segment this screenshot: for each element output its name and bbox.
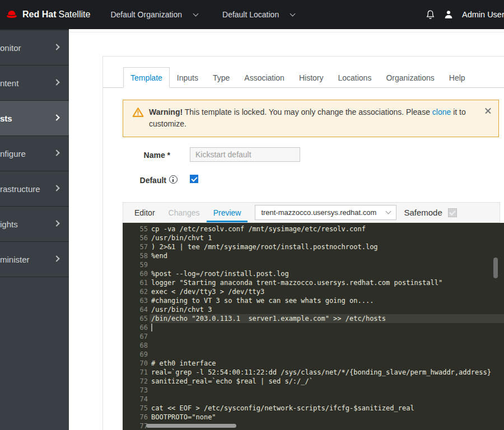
line-number: 65 [123,314,150,323]
line-number: 71 [123,368,150,377]
code-text [150,350,504,359]
chevron-right-icon [53,79,59,85]
organization-selector-label: Default Organization [110,10,182,19]
tab-template[interactable]: Template [123,67,170,88]
tab-organizations[interactable]: Organizations [379,67,441,88]
brand-text: Red HatSatellite [22,10,90,20]
chevron-right-icon [53,255,59,261]
sidebar-item-monitor[interactable]: onitor [0,30,69,66]
code-line[interactable]: 57) 2>&1 | tee /mnt/sysimage/root/instal… [123,242,504,251]
code-text [150,260,504,269]
code-text [150,341,504,350]
template-tabs: Template Inputs Type Association History… [103,67,504,88]
line-number: 61 [123,278,150,287]
line-number: 57 [123,242,150,251]
sidebar-item-infrastructure[interactable]: rastructure [0,171,69,207]
default-checkbox[interactable] [190,175,198,183]
code-editor[interactable]: 55cp -va /etc/resolv.conf /mnt/sysimage/… [123,223,504,430]
tab-history[interactable]: History [292,67,331,88]
code-line[interactable]: 55cp -va /etc/resolv.conf /mnt/sysimage/… [123,225,504,233]
tab-association[interactable]: Association [237,67,292,88]
line-number: 76 [123,413,150,422]
brand[interactable]: Red HatSatellite [0,9,90,20]
warning-triangle-icon [132,107,144,118]
line-number: 66 [123,323,150,332]
chevron-down-icon [193,11,199,16]
alert-text: Warning! This template is locked. You ma… [149,106,473,130]
user-icon [444,10,454,20]
code-line[interactable]: 74 [123,395,504,404]
alert-title: Warning! [149,108,183,116]
code-line[interactable]: 60%post --log=/root/install.post.log [123,269,504,278]
code-text: real=`grep -l 52:54:00:11:22:dd /sys/cla… [150,368,504,377]
editor-tab[interactable]: Editor [128,203,162,222]
code-line[interactable]: 73 [123,386,504,395]
line-number: 58 [123,251,150,260]
code-line[interactable]: 68 [123,341,504,350]
safemode-checkbox[interactable] [448,208,457,217]
code-text: cp -va /etc/resolv.conf /mnt/sysimage/et… [150,225,504,233]
code-text: %post --log=/root/install.post.log [150,269,504,278]
code-line[interactable]: 72sanitized_real=`echo $real | sed s/:/_… [123,377,504,386]
tab-locations[interactable]: Locations [330,67,379,88]
code-line[interactable]: 67 [123,332,504,341]
name-input[interactable] [190,147,300,162]
line-number: 64 [123,305,150,314]
info-icon[interactable] [169,175,178,184]
code-line[interactable]: 76BOOTPROTO="none" [123,413,504,422]
code-line[interactable]: 70# eth0 interface [123,359,504,368]
sidebar-item-configure[interactable]: nfigure [0,136,69,171]
code-line[interactable]: 58%end [123,251,504,260]
user-menu-button[interactable] [444,10,454,20]
code-line[interactable]: 62exec < /dev/tty3 > /dev/tty3 [123,287,504,296]
code-line[interactable]: 61logger "Starting anaconda trent-mazzoc… [123,278,504,287]
organization-selector[interactable]: Default Organization [110,10,198,19]
tab-type[interactable]: Type [206,67,237,88]
sidebar-item-administer[interactable]: minister [0,242,69,277]
redhat-logo-icon [4,9,20,20]
line-number: 67 [123,332,150,341]
sidebar-item-insights[interactable]: ights [0,207,69,242]
clone-link[interactable]: clone [432,108,451,116]
code-text: cat << EOF > /etc/sysconfig/network-scri… [150,404,504,413]
editor-toolbar: Editor Changes Preview trent-mazzocco.us… [123,202,500,223]
preview-host-select[interactable]: trent-mazzocco.usersys.redhat.com [255,205,396,220]
code-line[interactable]: 64/usr/bin/chvt 3 [123,305,504,314]
line-number: 75 [123,404,150,413]
tab-help[interactable]: Help [442,67,473,88]
line-number: 69 [123,350,150,359]
sidebar-item-content[interactable]: ntent [0,66,69,101]
masthead-right: Admin User [426,0,504,29]
code-line[interactable]: 56/usr/bin/chvt 1 [123,233,504,242]
code-line[interactable]: 66 [123,323,504,332]
code-text [150,323,504,332]
code-line[interactable]: 75cat << EOF > /etc/sysconfig/network-sc… [123,404,504,413]
code-line[interactable]: 65/bin/echo "203.0.113.1 server1.example… [123,314,504,323]
code-line[interactable]: 59 [123,260,504,269]
sidebar: onitor ntent sts nfigure rastructure igh… [0,29,69,430]
chevron-right-icon [53,114,59,120]
horizontal-scrollbar[interactable] [146,424,236,428]
code-line[interactable]: 69 [123,350,504,359]
default-label: Default [123,176,166,185]
bell-icon [426,10,435,20]
line-number: 74 [123,395,150,404]
location-selector-label: Default Location [222,10,279,19]
changes-tab[interactable]: Changes [162,203,207,222]
sidebar-item-hosts[interactable]: sts [0,101,69,136]
code-text [150,332,504,341]
preview-tab[interactable]: Preview [207,203,248,222]
code-line[interactable]: 63#changing to VT 3 so that we can see w… [123,296,504,305]
brand-name: Red Hat [22,10,56,19]
location-selector[interactable]: Default Location [222,10,295,19]
line-number: 60 [123,269,150,278]
line-number: 72 [123,377,150,386]
line-number: 55 [123,225,150,233]
notifications-button[interactable] [426,10,435,20]
code-line[interactable]: 71real=`grep -l 52:54:00:11:22:dd /sys/c… [123,368,504,377]
close-icon[interactable] [485,108,491,114]
user-name[interactable]: Admin User [462,10,504,19]
tab-inputs[interactable]: Inputs [170,67,206,88]
product-name: Satellite [58,10,90,19]
vertical-scrollbar[interactable] [493,258,498,278]
